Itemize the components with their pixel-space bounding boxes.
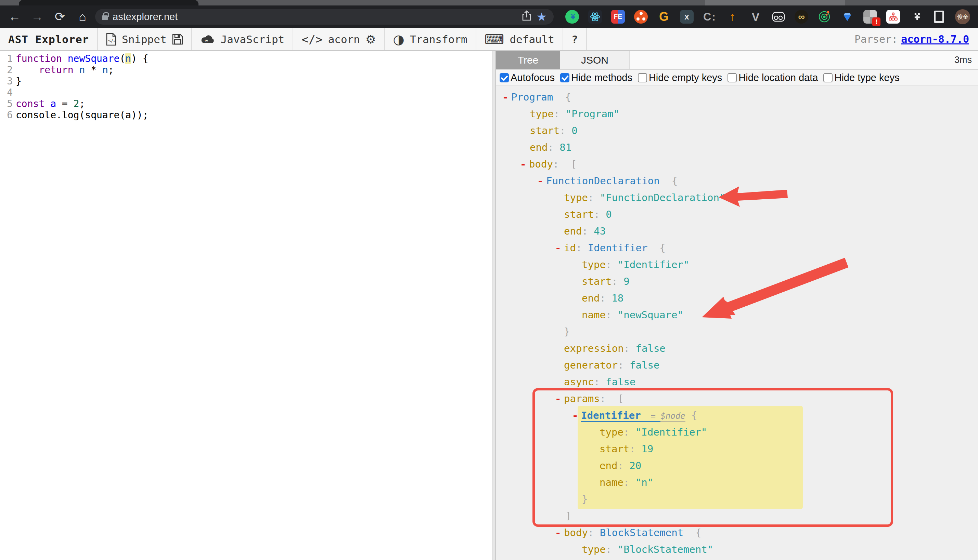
language-section[interactable]: ∞ JavaScript: [192, 28, 294, 50]
ast-tree-row[interactable]: start: 0: [496, 122, 978, 139]
v-gray-extension-icon[interactable]: V: [749, 10, 762, 23]
tree-option[interactable]: Hide methods: [560, 72, 632, 83]
ast-tree-row[interactable]: type: "Program": [496, 106, 978, 122]
pane-divider[interactable]: [492, 51, 496, 560]
orbit-green-extension-icon[interactable]: [818, 10, 831, 23]
ast-tree-row[interactable]: start: 9: [496, 273, 978, 290]
ast-tree: -Program { type: "Program" start: 0 end:…: [496, 86, 978, 560]
tree-option[interactable]: Hide location data: [727, 72, 818, 83]
ast-tree-row[interactable]: type: "FunctionDeclaration": [496, 189, 978, 206]
toolbar-spacer: [587, 28, 846, 50]
editor-line: 5 const a = 2;: [0, 98, 492, 109]
react-devtools-extension-icon[interactable]: [588, 10, 602, 23]
pickaxe-orange-extension-icon[interactable]: ↑: [726, 10, 739, 23]
inactive-tab-remnant[interactable]: [705, 0, 845, 5]
checkbox-icon[interactable]: [638, 73, 647, 82]
parser-version-link[interactable]: acorn-8.7.0: [901, 33, 969, 45]
editor-line: 1 function newSquare(n) {: [0, 53, 492, 64]
svg-text:</>: </>: [108, 38, 116, 43]
tab-json[interactable]: JSON: [560, 51, 630, 69]
tree-option[interactable]: Autofocus: [500, 72, 555, 83]
gear-icon[interactable]: ⚙: [366, 32, 376, 46]
help-section[interactable]: ?: [563, 28, 587, 50]
reading-frame-icon[interactable]: [932, 10, 946, 23]
ast-tree-row[interactable]: type: "Identifier": [496, 257, 978, 273]
fe-extension-icon[interactable]: FE: [611, 10, 625, 23]
ast-output-pane: Tree JSON 3ms Autofocus Hide methods Hid…: [496, 51, 978, 560]
file-code-icon[interactable]: </>: [106, 33, 116, 46]
forward-button[interactable]: →: [27, 8, 47, 26]
puzzle-green-extension-icon[interactable]: [565, 10, 579, 23]
g-orange-extension-icon[interactable]: G: [657, 10, 671, 23]
checkbox-icon[interactable]: [500, 73, 509, 82]
transform-button[interactable]: Transform: [410, 33, 467, 45]
tab-tree[interactable]: Tree: [496, 51, 560, 69]
ast-tree-row[interactable]: }: [496, 323, 978, 340]
line-number: 2: [0, 64, 16, 75]
lock-icon[interactable]: [102, 15, 108, 20]
sitemap-red-extension-icon[interactable]: [886, 10, 900, 23]
ast-tree-row[interactable]: generator: false: [496, 357, 978, 374]
ast-tree-row[interactable]: }: [496, 491, 978, 508]
c-dots-extension-icon[interactable]: C:: [703, 10, 717, 23]
window-squares-alert-extension-icon[interactable]: !: [863, 10, 877, 23]
profile-avatar[interactable]: 俊奎: [955, 9, 970, 24]
ast-tree-row[interactable]: -params: [: [496, 390, 978, 407]
ast-tree-row[interactable]: -id: Identifier {: [496, 240, 978, 257]
orange-circle-extension-icon[interactable]: [634, 10, 648, 23]
keymap-button[interactable]: default: [510, 33, 554, 45]
ast-tree-row[interactable]: -body: [: [496, 156, 978, 173]
infinity-extension-icon[interactable]: ∞: [794, 10, 808, 23]
parser-button[interactable]: acorn: [328, 33, 360, 45]
ast-tree-row[interactable]: start: 0: [496, 206, 978, 223]
ast-tree-row[interactable]: expression: false: [496, 340, 978, 357]
checkbox-icon[interactable]: [560, 73, 569, 82]
save-icon[interactable]: [172, 34, 183, 45]
language-button[interactable]: JavaScript: [221, 33, 285, 45]
ast-tree-row[interactable]: start: 19: [496, 441, 978, 457]
ast-tree-row[interactable]: async: false: [496, 374, 978, 390]
help-button[interactable]: ?: [572, 33, 578, 45]
ast-tree-row[interactable]: end: 43: [496, 223, 978, 240]
ast-tree-row[interactable]: end: 81: [496, 139, 978, 156]
ast-tree-row[interactable]: -Program {: [496, 89, 978, 106]
cloud-icon: ∞: [200, 34, 215, 45]
url-text[interactable]: astexplorer.net: [113, 11, 517, 23]
code-editor[interactable]: 1 function newSquare(n) { 2 return n * n…: [0, 51, 492, 560]
share-icon[interactable]: [522, 10, 532, 23]
ast-tree-row[interactable]: start: 22: [496, 558, 978, 560]
ast-tree-row[interactable]: ]: [496, 508, 978, 525]
keymap-section[interactable]: ⌨ default: [476, 28, 563, 50]
address-bar[interactable]: astexplorer.net ★: [95, 9, 554, 25]
ast-tree-row[interactable]: -Identifier = $node {: [496, 407, 978, 424]
ast-tree-row[interactable]: -FunctionDeclaration {: [496, 173, 978, 189]
snippet-button[interactable]: Snippet: [122, 33, 167, 45]
tree-option[interactable]: Hide empty keys: [638, 72, 722, 83]
ast-tree-row[interactable]: type: "Identifier": [496, 424, 978, 441]
active-tab-remnant[interactable]: [19, 0, 199, 5]
reload-button[interactable]: ⟳: [50, 8, 70, 26]
ast-tree-row[interactable]: end: 20: [496, 457, 978, 474]
parser-section[interactable]: </> acorn ⚙: [293, 28, 385, 50]
ast-tree-row[interactable]: type: "BlockStatement": [496, 541, 978, 558]
gem-blue-extension-icon[interactable]: [841, 10, 854, 23]
bookmark-star-icon[interactable]: ★: [537, 10, 547, 23]
alert-badge: !: [872, 17, 881, 26]
extensions-puzzle-icon[interactable]: [909, 10, 923, 23]
goggles-extension-icon[interactable]: [772, 10, 785, 23]
ast-tree-row[interactable]: name: "n": [496, 474, 978, 491]
ast-tree-row[interactable]: -body: BlockStatement {: [496, 525, 978, 541]
tree-option[interactable]: Hide type keys: [823, 72, 899, 83]
ast-tree-row[interactable]: name: "newSquare": [496, 307, 978, 323]
svg-text:∞: ∞: [205, 38, 208, 43]
x-dark-extension-icon[interactable]: x: [680, 10, 694, 23]
ast-tree-row[interactable]: end: 18: [496, 290, 978, 307]
app-title: AST Explorer: [8, 33, 89, 45]
checkbox-icon[interactable]: [823, 73, 833, 82]
parse-timing: 3ms: [955, 51, 978, 69]
back-button[interactable]: ←: [5, 8, 25, 26]
output-tabbar: Tree JSON 3ms: [496, 51, 978, 70]
transform-section[interactable]: ◑ Transform: [385, 28, 476, 50]
checkbox-icon[interactable]: [727, 73, 737, 82]
home-button[interactable]: ⌂: [72, 8, 92, 26]
